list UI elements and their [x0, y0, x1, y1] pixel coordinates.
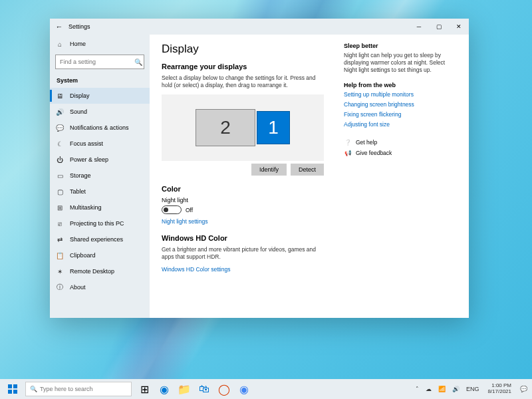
- remote-icon: ✶: [55, 268, 65, 275]
- sidebar-item-storage[interactable]: ▭ Storage: [50, 168, 150, 184]
- power-icon: ⏻: [55, 156, 65, 164]
- maximize-button[interactable]: ▢: [429, 19, 449, 35]
- night-light-toggle[interactable]: [162, 205, 182, 214]
- sidebar-item-sound[interactable]: 🔊 Sound: [50, 104, 150, 120]
- sidebar-item-power[interactable]: ⏻ Power & sleep: [50, 152, 150, 168]
- taskbar-app-store[interactable]: 🛍: [194, 379, 214, 399]
- sidebar-item-about[interactable]: ⓘ About: [50, 279, 150, 295]
- give-feedback-link[interactable]: 📢 Give feedback: [344, 150, 457, 156]
- feedback-icon: 📢: [344, 150, 352, 156]
- taskbar: 🔍 Type here to search ⊞ ◉ 📁 🛍 ◯ ◉ ˄ ☁ 📶 …: [0, 379, 532, 399]
- taskbar-app-explorer[interactable]: 📁: [174, 379, 194, 399]
- sidebar-item-label: Multitasking: [70, 204, 102, 211]
- rearrange-desc: Select a display below to change the set…: [162, 74, 324, 89]
- identify-button[interactable]: Identify: [251, 164, 287, 176]
- taskbar-app-edge[interactable]: ◉: [154, 379, 174, 399]
- close-button[interactable]: ✕: [449, 19, 469, 35]
- taskbar-search-placeholder: Type here to search: [40, 386, 93, 392]
- clock-date: 8/17/2021: [487, 389, 511, 395]
- monitor-1[interactable]: 1: [257, 111, 290, 144]
- sidebar-item-label: Shared experiences: [70, 236, 123, 243]
- sidebar-item-clipboard[interactable]: 📋 Clipboard: [50, 247, 150, 263]
- sidebar-item-label: Projecting to this PC: [70, 220, 124, 227]
- sidebar-item-shared[interactable]: ⇄ Shared experiences: [50, 231, 150, 247]
- tray-volume-icon[interactable]: 🔊: [450, 386, 462, 392]
- sidebar-item-projecting[interactable]: ⎚ Projecting to this PC: [50, 215, 150, 231]
- back-button[interactable]: ←: [50, 23, 68, 31]
- sleep-better-desc: Night light can help you get to sleep by…: [344, 52, 457, 74]
- sidebar-item-label: Storage: [70, 172, 91, 179]
- help-link-flickering[interactable]: Fixing screen flickering: [344, 111, 457, 118]
- night-light-label: Night light: [162, 197, 324, 203]
- monitor-2[interactable]: 2: [196, 109, 255, 146]
- shared-icon: ⇄: [55, 236, 65, 243]
- taskbar-search[interactable]: 🔍 Type here to search: [25, 382, 132, 396]
- tablet-icon: ▢: [55, 188, 65, 196]
- minimize-button[interactable]: ─: [409, 19, 429, 35]
- sidebar-item-label: Focus assist: [70, 140, 103, 147]
- sidebar-item-label: Display: [70, 92, 90, 99]
- search-input[interactable]: [60, 59, 134, 65]
- svg-rect-3: [13, 390, 17, 394]
- night-light-settings-link[interactable]: Night light settings: [162, 218, 324, 225]
- taskbar-app-browser[interactable]: ◉: [234, 379, 254, 399]
- tray-onedrive-icon[interactable]: ☁: [424, 386, 434, 392]
- color-heading: Color: [162, 185, 324, 193]
- action-center-icon[interactable]: 💬: [518, 386, 529, 392]
- sleep-better-heading: Sleep better: [344, 43, 457, 49]
- display-icon: 🖥: [55, 92, 65, 100]
- hd-color-heading: Windows HD Color: [162, 234, 324, 242]
- hd-color-settings-link[interactable]: Windows HD Color settings: [162, 266, 324, 273]
- svg-rect-2: [8, 390, 12, 394]
- rearrange-heading: Rearrange your displays: [162, 63, 324, 70]
- sidebar-item-label: Power & sleep: [70, 156, 108, 163]
- sidebar-item-label: About: [70, 284, 86, 291]
- svg-rect-1: [13, 384, 17, 388]
- content: Display Rearrange your displays Select a…: [150, 35, 469, 318]
- window-title: Settings: [68, 23, 90, 30]
- tray-language[interactable]: ENG: [464, 386, 481, 392]
- system-tray: ˄ ☁ 📶 🔊 ENG 1:00 PM 8/17/2021 💬: [414, 383, 529, 395]
- start-button[interactable]: [3, 379, 23, 399]
- detect-button[interactable]: Detect: [291, 164, 324, 176]
- multitasking-icon: ⊞: [55, 204, 65, 211]
- projecting-icon: ⎚: [55, 220, 65, 227]
- home-nav[interactable]: ⌂ Home: [50, 36, 150, 52]
- tray-network-icon[interactable]: 📶: [436, 386, 448, 392]
- sidebar-item-label: Tablet: [70, 188, 86, 195]
- help-heading: Help from the web: [344, 82, 457, 88]
- sidebar-item-display[interactable]: 🖥 Display: [50, 88, 150, 104]
- home-label: Home: [70, 41, 86, 47]
- task-view-button[interactable]: ⊞: [134, 379, 154, 399]
- display-arrange-box[interactable]: 2 1: [162, 94, 324, 161]
- help-link-font-size[interactable]: Adjusting font size: [344, 121, 457, 128]
- taskbar-clock[interactable]: 1:00 PM 8/17/2021: [483, 383, 515, 395]
- night-light-state: Off: [186, 207, 193, 213]
- tray-chevron-icon[interactable]: ˄: [414, 386, 421, 392]
- focus-icon: ☾: [55, 140, 65, 148]
- get-help-link[interactable]: ❔ Get help: [344, 139, 457, 146]
- taskbar-app-office[interactable]: ◯: [214, 379, 234, 399]
- home-icon: ⌂: [55, 41, 65, 48]
- clipboard-icon: 📋: [55, 252, 65, 259]
- search-box[interactable]: 🔍: [55, 55, 144, 69]
- sidebar-item-multitasking[interactable]: ⊞ Multitasking: [50, 200, 150, 215]
- sidebar-item-notifications[interactable]: 💬 Notifications & actions: [50, 120, 150, 136]
- search-icon: 🔍: [30, 386, 37, 392]
- help-link-brightness[interactable]: Changing screen brightness: [344, 101, 457, 108]
- category-header: System: [50, 74, 150, 88]
- sidebar-item-label: Sound: [70, 108, 87, 115]
- sidebar-item-label: Remote Desktop: [70, 268, 114, 275]
- page-title: Display: [162, 43, 324, 56]
- sidebar-item-tablet[interactable]: ▢ Tablet: [50, 184, 150, 200]
- sidebar-item-focus[interactable]: ☾ Focus assist: [50, 136, 150, 152]
- about-icon: ⓘ: [55, 283, 65, 292]
- help-link-multiple-monitors[interactable]: Setting up multiple monitors: [344, 91, 457, 98]
- sidebar: ⌂ Home 🔍 System 🖥 Display 🔊 Sound 💬: [50, 35, 150, 318]
- sidebar-item-remote[interactable]: ✶ Remote Desktop: [50, 263, 150, 279]
- notifications-icon: 💬: [55, 124, 65, 132]
- search-icon: 🔍: [134, 59, 142, 66]
- storage-icon: ▭: [55, 172, 65, 180]
- sidebar-item-label: Notifications & actions: [70, 124, 129, 131]
- settings-window: ← Settings ─ ▢ ✕ ⌂ Home 🔍 System 🖥 Displ…: [50, 19, 469, 318]
